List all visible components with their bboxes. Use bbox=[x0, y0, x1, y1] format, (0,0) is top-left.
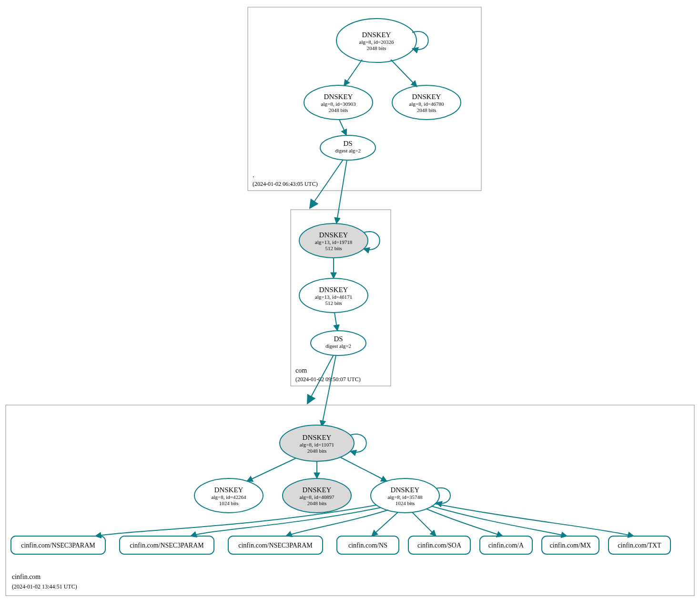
svg-text:512 bits: 512 bits bbox=[325, 300, 342, 306]
svg-text:alg=8, id=35748: alg=8, id=35748 bbox=[388, 494, 423, 500]
zone-label-cinfin: cinfin.com bbox=[12, 573, 41, 580]
svg-text:DNSKEY: DNSKEY bbox=[391, 486, 420, 494]
svg-text:cinfin.com/SOA: cinfin.com/SOA bbox=[417, 542, 462, 549]
edge-k3-r5 bbox=[426, 509, 503, 536]
rrset-ns[interactable]: cinfin.com/NS bbox=[337, 536, 399, 554]
edge-rootds-comksk bbox=[336, 160, 347, 223]
svg-text:2048 bits: 2048 bits bbox=[307, 500, 327, 506]
dnskey-cinfin-ksk[interactable]: DNSKEY alg=8, id=11071 2048 bits bbox=[280, 425, 354, 461]
svg-text:DNSKEY: DNSKEY bbox=[319, 231, 348, 239]
edge-rootzsk1-ds bbox=[339, 120, 346, 135]
zone-timestamp-cinfin: (2024-01-02 13:44:51 UTC) bbox=[12, 583, 77, 590]
svg-text:alg=8, id=40897: alg=8, id=40897 bbox=[300, 494, 335, 500]
edge-k3-r3 bbox=[372, 512, 398, 536]
edge-rootksk-zsk1 bbox=[344, 60, 362, 86]
dnskey-cinfin-k2[interactable]: DNSKEY alg=8, id=40897 2048 bits bbox=[283, 478, 351, 513]
dnskey-root-zsk2[interactable]: DNSKEY alg=8, id=46780 2048 bits bbox=[392, 85, 461, 120]
edge-k3-r4 bbox=[412, 512, 436, 536]
edge-rootksk-zsk2 bbox=[391, 60, 417, 87]
svg-text:2048 bits: 2048 bits bbox=[329, 107, 348, 113]
svg-text:DNSKEY: DNSKEY bbox=[303, 486, 332, 494]
dnskey-root-ksk[interactable]: DNSKEY alg=8, id=20326 2048 bits bbox=[336, 19, 416, 62]
svg-text:digest alg=2: digest alg=2 bbox=[335, 148, 361, 153]
svg-text:alg=8, id=20326: alg=8, id=20326 bbox=[359, 39, 394, 45]
rrset-nsec3param-2[interactable]: cinfin.com/NSEC3PARAM bbox=[228, 536, 323, 554]
svg-text:cinfin.com/NS: cinfin.com/NS bbox=[348, 542, 387, 549]
rrset-nsec3param-0[interactable]: cinfin.com/NSEC3PARAM bbox=[11, 536, 105, 554]
svg-text:alg=13, id=19718: alg=13, id=19718 bbox=[315, 239, 353, 245]
svg-text:DNSKEY: DNSKEY bbox=[412, 93, 441, 101]
svg-text:2048 bits: 2048 bits bbox=[307, 448, 327, 454]
svg-text:512 bits: 512 bits bbox=[325, 245, 342, 251]
zone-label-com: com bbox=[295, 367, 307, 374]
svg-text:alg=8, id=11071: alg=8, id=11071 bbox=[300, 442, 335, 447]
svg-text:cinfin.com/NSEC3PARAM: cinfin.com/NSEC3PARAM bbox=[238, 542, 313, 549]
svg-text:1024 bits: 1024 bits bbox=[219, 500, 239, 506]
rrset-soa[interactable]: cinfin.com/SOA bbox=[408, 536, 470, 554]
svg-text:cinfin.com/NSEC3PARAM: cinfin.com/NSEC3PARAM bbox=[21, 542, 95, 549]
edge-comzsk-ds bbox=[335, 313, 337, 331]
svg-text:DNSKEY: DNSKEY bbox=[303, 434, 332, 441]
edge-cinksk-k3 bbox=[341, 457, 387, 481]
svg-text:cinfin.com/MX: cinfin.com/MX bbox=[550, 542, 591, 549]
rrset-nsec3param-1[interactable]: cinfin.com/NSEC3PARAM bbox=[120, 536, 214, 554]
svg-text:DNSKEY: DNSKEY bbox=[319, 286, 348, 294]
svg-text:cinfin.com/A: cinfin.com/A bbox=[488, 542, 524, 549]
ds-com[interactable]: DS digest alg=2 bbox=[311, 331, 366, 355]
svg-text:2048 bits: 2048 bits bbox=[367, 45, 386, 51]
svg-text:cinfin.com/TXT: cinfin.com/TXT bbox=[618, 542, 661, 549]
svg-text:DNSKEY: DNSKEY bbox=[214, 486, 243, 494]
dnskey-com-zsk[interactable]: DNSKEY alg=13, id=46171 512 bits bbox=[299, 278, 368, 313]
zone-timestamp-root: (2024-01-02 06:43:05 UTC) bbox=[253, 181, 318, 187]
dnskey-com-ksk[interactable]: DNSKEY alg=13, id=19718 512 bits bbox=[299, 223, 368, 258]
rrset-txt[interactable]: cinfin.com/TXT bbox=[609, 536, 670, 554]
edge-k3-r6 bbox=[431, 506, 567, 536]
zone-label-root: . bbox=[253, 172, 254, 179]
svg-text:cinfin.com/NSEC3PARAM: cinfin.com/NSEC3PARAM bbox=[130, 542, 204, 549]
rrset-a[interactable]: cinfin.com/A bbox=[480, 536, 532, 554]
edge-k3-r2 bbox=[286, 510, 388, 536]
edge-cinksk-k1 bbox=[247, 458, 295, 481]
dnskey-cinfin-k1[interactable]: DNSKEY alg=8, id=42264 1024 bits bbox=[194, 478, 263, 513]
svg-text:alg=8, id=42264: alg=8, id=42264 bbox=[212, 494, 246, 500]
edge-k3-r7 bbox=[435, 504, 634, 536]
dnskey-root-zsk1[interactable]: DNSKEY alg=8, id=30903 2048 bits bbox=[304, 85, 373, 120]
svg-text:2048 bits: 2048 bits bbox=[417, 107, 436, 113]
ds-root[interactable]: DS digest alg=2 bbox=[320, 135, 375, 160]
edge-comds-cinksk bbox=[322, 355, 336, 426]
svg-text:DS: DS bbox=[334, 335, 343, 343]
svg-text:alg=8, id=46780: alg=8, id=46780 bbox=[409, 101, 444, 107]
svg-text:digest alg=2: digest alg=2 bbox=[325, 343, 351, 349]
zone-timestamp-com: (2024-01-02 09:50:07 UTC) bbox=[295, 376, 361, 383]
svg-text:DNSKEY: DNSKEY bbox=[324, 93, 353, 101]
svg-text:DNSKEY: DNSKEY bbox=[362, 31, 391, 39]
svg-text:DS: DS bbox=[343, 140, 352, 147]
svg-text:1024 bits: 1024 bits bbox=[396, 500, 415, 506]
rrset-mx[interactable]: cinfin.com/MX bbox=[542, 536, 599, 554]
svg-text:alg=13, id=46171: alg=13, id=46171 bbox=[315, 294, 352, 300]
svg-text:alg=8, id=30903: alg=8, id=30903 bbox=[321, 101, 356, 107]
